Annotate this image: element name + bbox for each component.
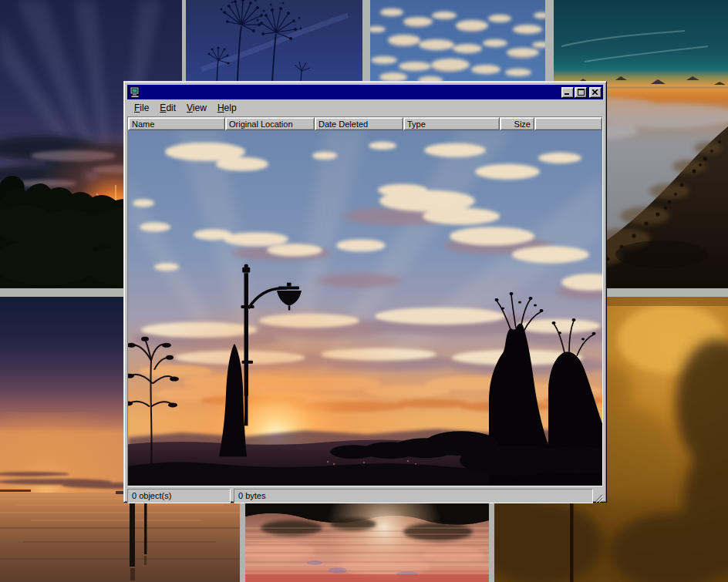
status-bar: 0 object(s) 0 bytes [127, 489, 603, 503]
menu-edit[interactable]: Edit [154, 100, 181, 116]
status-size: 0 bytes [234, 489, 593, 503]
column-header-original-location[interactable]: Original Location [225, 117, 315, 130]
file-list-area[interactable] [128, 130, 602, 486]
column-header-date-deleted[interactable]: Date Deleted [315, 117, 403, 130]
maximize-button[interactable] [575, 87, 587, 98]
status-object-count: 0 object(s) [127, 489, 231, 503]
menu-view[interactable]: View [181, 100, 212, 116]
file-list-view: Name Original Location Date Deleted Type… [127, 116, 603, 486]
column-header-filler[interactable] [534, 117, 602, 130]
menu-help[interactable]: Help [212, 100, 242, 116]
screen: { "window": { "title": "", "menu_items":… [0, 0, 728, 582]
close-button[interactable] [589, 87, 602, 98]
window-titlebar[interactable] [127, 85, 603, 99]
column-headers: Name Original Location Date Deleted Type… [128, 117, 602, 130]
recycle-bin-window: File Edit View Help Name Original Locati… [123, 81, 607, 503]
close-icon [592, 89, 598, 95]
maximize-icon [578, 89, 585, 96]
column-header-name[interactable]: Name [128, 117, 225, 130]
column-header-type[interactable]: Type [403, 117, 500, 130]
sunset-lamp-photo [128, 130, 602, 486]
menu-file[interactable]: File [129, 100, 154, 116]
menu-bar: File Edit View Help [127, 99, 603, 116]
column-header-size[interactable]: Size [500, 117, 534, 130]
computer-icon [129, 86, 141, 99]
minimize-icon [565, 89, 571, 95]
resize-grip[interactable] [593, 489, 603, 503]
caption-buttons [561, 87, 602, 98]
resize-grip-icon [593, 489, 603, 503]
minimize-button[interactable] [561, 87, 574, 98]
